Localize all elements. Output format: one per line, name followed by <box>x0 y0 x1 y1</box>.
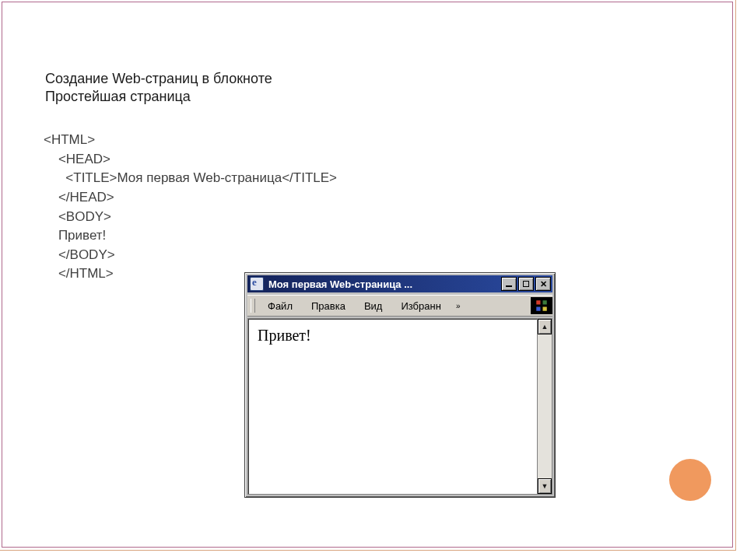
svg-rect-0 <box>536 300 540 304</box>
heading-line-2: Простейшая страница <box>45 88 272 106</box>
window-title: Моя первая Web-страница ... <box>268 278 496 290</box>
page-viewport: Привет! <box>248 319 537 494</box>
scroll-up-button[interactable]: ▲ <box>538 319 552 334</box>
accent-circle <box>669 459 711 501</box>
menu-overflow-button[interactable]: » <box>451 298 466 313</box>
ie-throbber-icon <box>531 297 552 314</box>
vertical-scrollbar[interactable]: ▲ ▼ <box>537 319 552 494</box>
svg-rect-1 <box>543 300 547 304</box>
toolbar-grip <box>251 299 255 313</box>
menu-view[interactable]: Вид <box>355 299 392 313</box>
menu-file[interactable]: Файл <box>258 299 302 313</box>
svg-rect-2 <box>536 307 540 311</box>
svg-rect-3 <box>543 307 547 311</box>
slide-heading: Создание Web-страниц в блокноте Простейш… <box>45 70 272 105</box>
close-button[interactable] <box>535 277 551 291</box>
scroll-down-button[interactable]: ▼ <box>538 478 552 494</box>
menubar: Файл Правка Вид Избранн » <box>247 295 552 317</box>
menu-edit[interactable]: Правка <box>302 299 355 313</box>
page-body-text: Привет! <box>258 327 311 344</box>
titlebar: Моя первая Web-страница ... <box>247 275 552 292</box>
browser-window: Моя первая Web-страница ... Файл Правка … <box>244 272 556 498</box>
html-code-example: <HTML> <HEAD> <TITLE>Моя первая Web-стра… <box>44 131 337 284</box>
scroll-track[interactable] <box>538 334 552 478</box>
maximize-button[interactable] <box>518 277 534 291</box>
minimize-button[interactable] <box>501 277 517 291</box>
menu-favorites[interactable]: Избранн <box>391 299 450 313</box>
ie-app-icon <box>250 277 264 291</box>
heading-line-1: Создание Web-страниц в блокноте <box>45 70 272 88</box>
